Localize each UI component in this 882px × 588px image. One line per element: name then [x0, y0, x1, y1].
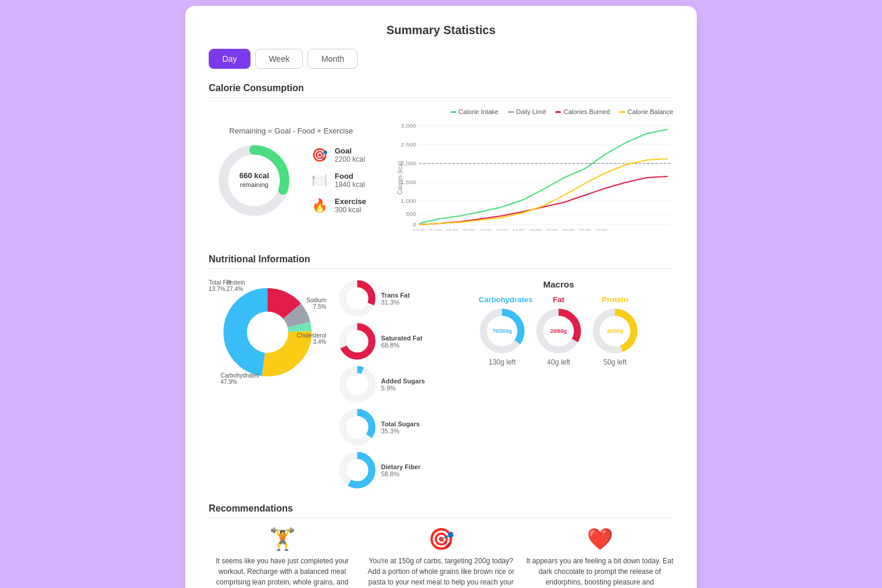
svg-text:12:00: 12:00	[496, 229, 508, 230]
calorie-chart: Calorie Intake Daily Limit Calories Burn…	[397, 108, 673, 236]
svg-text:0: 0	[413, 222, 416, 228]
goal-icon: 🎯	[310, 148, 329, 163]
rec-text-1: You're at 150g of carbs, targeting 200g …	[368, 556, 514, 588]
recommendations-section: Recommendations 🏋️ It seems like you hav…	[209, 503, 673, 588]
trans-fat-row: Trans Fat 31.3%	[338, 279, 432, 318]
svg-text:22:00: 22:00	[579, 229, 591, 230]
protein-macro: 40/90g 50g left	[592, 308, 639, 366]
nutritional-section: Nutritional Information	[209, 254, 673, 489]
trans-fat-labels: Trans Fat 31.3%	[381, 292, 410, 306]
fat-circle-text: 20/60g	[550, 328, 567, 334]
legend-daily-limit: Daily Limit	[508, 108, 546, 115]
saturated-fat-labels: Saturated Fat 68.8%	[381, 335, 422, 349]
rec-icon-2: ❤️	[587, 529, 613, 550]
food-stat: 🍽️ Food 1840 kcal	[310, 172, 366, 189]
svg-text:20:00: 20:00	[562, 229, 574, 230]
rec-text-2: It appears you are feeling a bit down to…	[526, 556, 673, 588]
calorie-donut-text: 660 kcal remaining	[239, 171, 269, 189]
nutritional-content: Total Fat13.7% Sodium7.5% Cholesterol3.4…	[209, 279, 673, 489]
exercise-label: Exercise	[335, 197, 366, 206]
svg-text:02:00: 02:00	[413, 229, 425, 230]
carbs-macro-name: Carbohydrates	[479, 295, 526, 304]
calorie-formula: Remaining = Goal - Food + Exercise	[229, 126, 353, 135]
nutritional-section-title: Nutritional Information	[209, 254, 673, 265]
legend-calorie-balance: Calorie Balance	[619, 108, 673, 115]
tab-day[interactable]: Day	[209, 49, 250, 69]
added-sugars-labels: Added Sugars 5.9%	[381, 377, 425, 392]
exercise-value: 300 kcal	[335, 206, 366, 214]
svg-text:1,000: 1,000	[400, 198, 416, 204]
macros-names-row: Carbohydrates Fat Protein	[444, 295, 673, 304]
dietary-fiber-row: Dietary Fiber 58.8%	[338, 451, 432, 489]
rec-icon-0: 🏋️	[269, 529, 296, 550]
protein-circle-text: 40/90g	[607, 328, 623, 334]
rec-card-2: ❤️ It appears you are feeling a bit down…	[526, 529, 673, 588]
svg-point-47	[350, 420, 365, 435]
exercise-icon: 🔥	[310, 198, 329, 213]
carbs-label: Carbohydrates47.9%	[220, 372, 259, 385]
page-title: Summary Statistics	[209, 24, 673, 37]
tab-week[interactable]: Week	[255, 49, 303, 69]
total-sugars-row: Total Sugars 35.3%	[338, 408, 432, 446]
svg-point-41	[350, 335, 365, 349]
goal-stat: 🎯 Goal 2200 kcal	[310, 146, 366, 163]
macros-panel: Macros Carbohydrates Fat Protein	[444, 279, 673, 366]
svg-text:500: 500	[406, 211, 416, 217]
protein-label: Protein27.4%	[226, 279, 245, 292]
svg-point-38	[350, 292, 365, 306]
goal-value: 2200 kcal	[335, 155, 365, 163]
carbs-left: 130g left	[489, 358, 516, 366]
carbs-macro: 70/200g 130g left	[479, 308, 526, 366]
macros-title: Macros	[444, 279, 673, 289]
legend-calorie-intake: Calorie Intake	[450, 108, 499, 115]
food-icon: 🍽️	[310, 173, 329, 188]
cholesterol-label: Cholesterol3.4%	[296, 332, 326, 345]
calorie-left-panel: Remaining = Goal - Food + Exercise 660 k…	[209, 126, 373, 219]
macro-pie-container: Total Fat13.7% Sodium7.5% Cholesterol3.4…	[209, 279, 326, 385]
calorie-section-title: Calorie Consumption	[209, 83, 673, 93]
svg-point-50	[350, 463, 365, 477]
exercise-stat: 🔥 Exercise 300 kcal	[310, 197, 366, 214]
saturated-fat-row: Saturated Fat 68.8%	[338, 322, 432, 360]
food-label: Food	[335, 172, 365, 181]
fat-left: 40g left	[547, 358, 570, 366]
calorie-donut-stats: 660 kcal remaining 🎯 Goal 2200 kcal	[216, 142, 366, 219]
svg-text:18:00: 18:00	[546, 229, 558, 230]
total-sugars-labels: Total Sugars 35.3%	[381, 420, 420, 435]
svg-text:14:00: 14:00	[513, 229, 525, 230]
rec-icon-1: 🎯	[428, 529, 455, 550]
line-chart-area: 3,000 2,500 2,000 1,500 1,000 500 0 Calo…	[397, 119, 673, 236]
protein-macro-name: Protein	[592, 295, 639, 304]
svg-text:04:00: 04:00	[430, 229, 442, 230]
legend-calories-burned: Calories Burned	[555, 108, 610, 115]
chart-legend: Calorie Intake Daily Limit Calories Burn…	[397, 108, 673, 115]
rec-card-0: 🏋️ It seems like you have just completed…	[209, 529, 356, 588]
calorie-donut: 660 kcal remaining	[216, 142, 292, 219]
calorie-stats: 🎯 Goal 2200 kcal 🍽️ Food 1840 kcal	[310, 146, 366, 214]
svg-text:24:00: 24:00	[596, 229, 608, 230]
protein-left: 50g left	[603, 358, 626, 366]
macros-circles-row: 70/200g 130g left 20/60g	[444, 308, 673, 366]
goal-label: Goal	[335, 146, 365, 155]
added-sugars-row: Added Sugars 5.9%	[338, 365, 432, 403]
fat-macro-name: Fat	[535, 295, 582, 304]
svg-text:06:00: 06:00	[446, 229, 459, 230]
svg-point-35	[247, 312, 288, 353]
rec-card-1: 🎯 You're at 150g of carbs, targeting 200…	[368, 529, 514, 588]
svg-text:3,000: 3,000	[400, 123, 416, 129]
svg-text:10:00: 10:00	[479, 229, 492, 230]
tab-month[interactable]: Month	[308, 49, 358, 69]
calorie-section: Calorie Consumption Remaining = Goal - F…	[209, 83, 673, 236]
carbs-circle-text: 70/200g	[492, 328, 512, 334]
rec-section-title: Recommendations	[209, 503, 673, 514]
rec-cards: 🏋️ It seems like you have just completed…	[209, 529, 673, 588]
svg-point-44	[350, 377, 365, 392]
tab-group: Day Week Month	[209, 49, 673, 69]
fat-macro: 20/60g 40g left	[535, 308, 582, 366]
small-donuts-col: Trans Fat 31.3% Saturated Fat	[338, 279, 432, 489]
dietary-fiber-labels: Dietary Fiber 58.8%	[381, 463, 420, 477]
svg-text:Calories (kcal): Calories (kcal)	[397, 161, 404, 194]
rec-text-0: It seems like you have just completed yo…	[209, 556, 356, 588]
sodium-label: Sodium7.5%	[306, 297, 326, 310]
svg-text:08:00: 08:00	[463, 229, 475, 230]
